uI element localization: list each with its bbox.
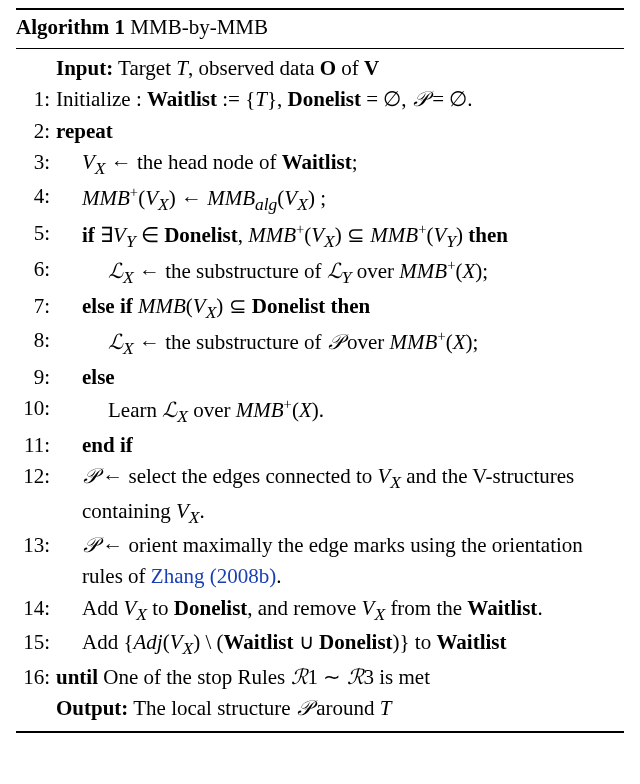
citation-link[interactable]: Zhang (151, 564, 205, 588)
line-11: 11: end if (16, 430, 624, 462)
algorithm-title-row: Algorithm 1 MMB-by-MMB (16, 8, 624, 49)
line-15: 15: Add {Adj(VX) \ (Waitlist ∪ Donelist)… (16, 627, 624, 661)
output-label: Output: (56, 696, 128, 720)
line-4: 4: MMB+(VX) ← MMBalg(VX) ; (16, 181, 624, 217)
algorithm-label: Algorithm 1 (16, 15, 125, 39)
line-10: 10: Learn ℒX over MMB+(X). (16, 393, 624, 429)
line-6: 6: ℒX ← the substructure of ℒY over MMB+… (16, 254, 624, 290)
algorithm-name: MMB-by-MMB (130, 15, 268, 39)
line-1: 1: Initialize : Waitlist := {T}, Donelis… (16, 84, 624, 116)
line-16: 16: until One of the stop Rules ℛ1 ∼ ℛ3 … (16, 662, 624, 694)
algorithm-box: Algorithm 1 MMB-by-MMB Input: Target T, … (0, 0, 640, 745)
line-2: 2: repeat (16, 116, 624, 148)
input-line: Input: Target T, observed data O of V (16, 53, 624, 85)
line-9: 9: else (16, 362, 624, 394)
line-8: 8: ℒX ← the substructure of 𝒫 over MMB+(… (16, 325, 624, 361)
input-label: Input: (56, 56, 113, 80)
line-3: 3: VX ← the head node of Waitlist; (16, 147, 624, 181)
output-line: Output: The local structure 𝒫 around T (16, 693, 624, 725)
line-13: 13: 𝒫 ← orient maximally the edge marks … (16, 530, 624, 593)
line-5: 5: if ∃VY ∈ Donelist, MMB+(VX) ⊆ MMB+(VY… (16, 218, 624, 254)
line-7: 7: else if MMB(VX) ⊆ Donelist then (16, 291, 624, 325)
line-14: 14: Add VX to Donelist, and remove VX fr… (16, 593, 624, 627)
line-12: 12: 𝒫 ← select the edges connected to VX… (16, 461, 624, 530)
algorithm-body: Input: Target T, observed data O of V 1:… (16, 49, 624, 733)
